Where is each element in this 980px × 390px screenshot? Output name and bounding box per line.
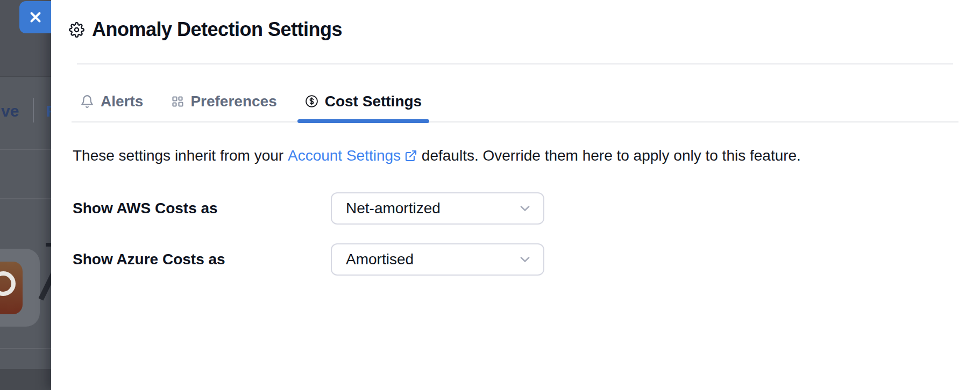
tab-label: Preferences (190, 93, 276, 110)
background-row-divider (0, 348, 51, 349)
external-link-icon (404, 149, 417, 162)
magnifier-glyph-icon (0, 262, 23, 314)
azure-costs-select[interactable]: Amortised (331, 243, 544, 276)
chevron-down-icon (517, 201, 532, 216)
provider-logo-icon (0, 262, 23, 314)
dollar-circle-icon (305, 95, 318, 108)
tab-label: Alerts (101, 93, 143, 110)
tab-preferences[interactable]: Preferences (164, 81, 284, 122)
azure-costs-label: Show Azure Costs as (73, 251, 331, 268)
bell-icon (80, 94, 94, 109)
background-glyph-fragment (46, 243, 51, 247)
dimmed-background: ve F (0, 0, 51, 390)
grid-icon (171, 95, 184, 108)
background-divider (33, 98, 34, 122)
modal-title: Anomaly Detection Settings (92, 18, 342, 41)
background-row-divider (0, 149, 51, 150)
modal-header: Anomaly Detection Settings (69, 18, 342, 41)
tab-bar: Alerts Preferences Cost Settings (73, 81, 429, 122)
tab-alerts[interactable]: Alerts (73, 81, 151, 122)
header-divider (77, 63, 953, 64)
aws-costs-select[interactable]: Net-amortized (331, 192, 544, 225)
screen: ve F Anomaly Detection Set (0, 0, 980, 390)
inherit-note-text: These settings inherit from your (73, 147, 288, 164)
close-icon (27, 9, 44, 25)
account-settings-link[interactable]: Account Settings (288, 145, 417, 167)
close-button[interactable] (19, 1, 51, 33)
azure-costs-row: Show Azure Costs as Amortised (73, 243, 544, 276)
tab-cost-settings[interactable]: Cost Settings (297, 81, 429, 122)
inherit-note-text: defaults. Override them here to apply on… (417, 147, 801, 164)
azure-costs-selected-value: Amortised (346, 251, 414, 268)
background-partial-text: ve (1, 102, 19, 120)
aws-costs-label: Show AWS Costs as (73, 200, 331, 217)
tab-label: Cost Settings (325, 93, 422, 110)
aws-costs-selected-value: Net-amortized (346, 200, 441, 217)
aws-costs-row: Show AWS Costs as Net-amortized (73, 192, 544, 225)
chevron-down-icon (517, 252, 532, 267)
account-settings-link-label: Account Settings (288, 145, 401, 167)
background-row-divider (0, 198, 51, 199)
anomaly-detection-settings-modal: Anomaly Detection Settings Alerts Prefer… (51, 0, 980, 390)
gear-icon (69, 22, 84, 38)
inherit-note: These settings inherit from your Account… (73, 145, 801, 167)
background-bottom-band (0, 369, 51, 390)
